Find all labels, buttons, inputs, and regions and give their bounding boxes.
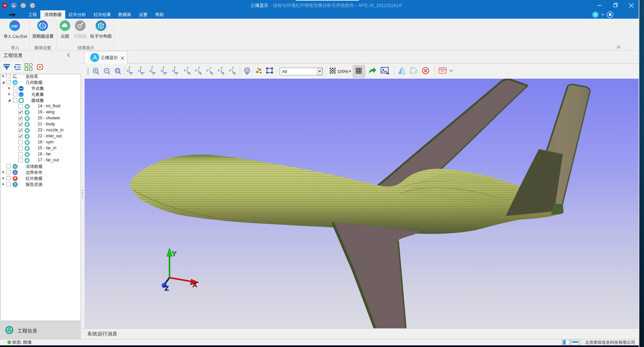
svg-text:x: x [164,72,166,75]
svg-text:Y: Y [172,250,176,257]
svg-text:Y: Y [129,66,131,69]
svg-text:Y: Y [174,66,176,69]
svg-text:Y: Y [187,66,189,70]
svg-text:x: x [16,77,17,79]
svg-text:z: z [138,69,140,72]
svg-text:Y: Y [221,66,223,70]
svg-text:z: z [127,69,128,72]
svg-text:z: z [195,69,196,72]
svg-text:x: x [200,72,202,75]
svg-text:100%: 100% [337,69,349,74]
svg-text:z: z [161,69,162,72]
svg-text:X: X [192,281,197,288]
svg-text:cas: cas [12,23,18,28]
svg-text:x: x [211,72,213,75]
svg-text:z: z [184,69,185,72]
svg-text:x: x [223,72,224,75]
svg-text:Y: Y [209,66,211,70]
svg-text:x: x [130,72,132,75]
svg-text:x: x [142,72,143,75]
svg-text:Y: Y [151,66,153,69]
svg-text:Y: Y [162,66,164,69]
svg-text:Z: Z [164,284,169,292]
svg-text:x: x [189,72,190,75]
svg-text:Y: Y [232,66,234,70]
svg-text:z: z [206,69,208,72]
svg-text:x: x [234,72,236,75]
svg-text:x: x [175,72,177,75]
svg-text:Y: Y [198,66,200,70]
svg-text:z: z [229,69,230,72]
svg-text:All: All [282,69,287,74]
svg-text:z: z [218,69,219,72]
svg-text:x: x [153,72,155,75]
svg-text:Y: Y [14,74,16,76]
svg-text:z: z [172,69,173,72]
svg-text:z: z [150,69,151,72]
svg-text:Y: Y [140,66,142,69]
